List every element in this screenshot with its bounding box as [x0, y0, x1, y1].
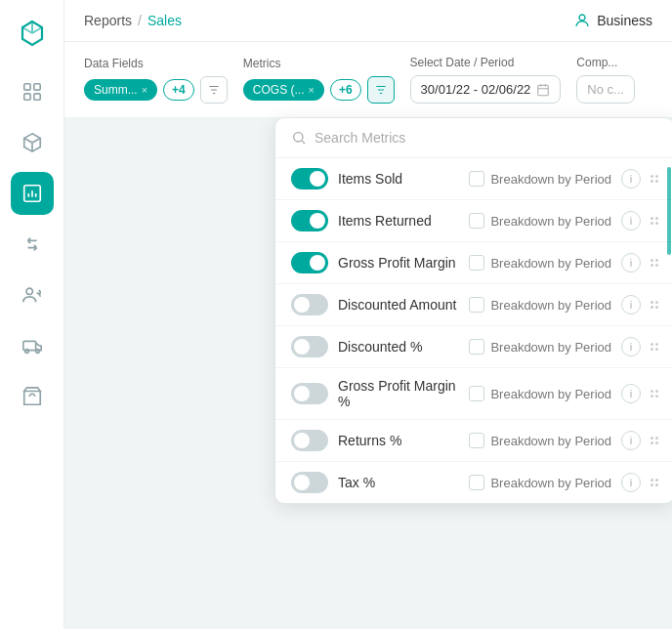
metrics-filter[interactable] [367, 76, 395, 104]
drag-handle-discounted-pct[interactable] [651, 343, 658, 351]
info-icon-returns-pct[interactable]: i [621, 431, 641, 450]
metrics-list: Items SoldBreakdown by PeriodiItems Retu… [275, 158, 672, 503]
breadcrumb-separator: / [138, 13, 142, 28]
metric-name-items-returned: Items Returned [338, 213, 459, 229]
data-fields-filter[interactable] [200, 76, 228, 104]
sidebar-item-delivery[interactable] [11, 324, 54, 367]
metric-toggle-gross-profit-margin[interactable] [291, 252, 328, 273]
scrollbar[interactable] [667, 167, 671, 255]
metric-toggle-items-returned[interactable] [291, 210, 328, 231]
data-fields-pills: Summ... × +4 [84, 76, 228, 104]
sidebar [0, 0, 64, 629]
sidebar-item-dashboard[interactable] [11, 70, 54, 113]
sidebar-item-reports[interactable] [11, 172, 54, 215]
svg-point-5 [26, 288, 32, 294]
main-content: Reports / Sales Business Data Fields Sum… [64, 0, 672, 629]
svg-point-7 [24, 350, 28, 354]
info-icon-items-sold[interactable]: i [621, 169, 641, 189]
breakdown-checkbox-items-returned[interactable] [469, 213, 484, 229]
svg-rect-1 [33, 84, 39, 90]
data-fields-pill-close[interactable]: × [142, 84, 147, 96]
breadcrumb-parent[interactable]: Reports [84, 13, 132, 28]
breakdown-checkbox-tax-pct[interactable] [469, 475, 484, 490]
breakdown-label-discounted-pct: Breakdown by Period [490, 340, 611, 355]
sidebar-item-transfers[interactable] [11, 223, 54, 266]
info-icon-items-returned[interactable]: i [621, 211, 641, 231]
info-icon-discounted-amount[interactable]: i [621, 295, 641, 314]
breakdown-checkbox-returns-pct[interactable] [469, 433, 484, 448]
toolbar: Data Fields Summ... × +4 Metrics COGS ( [64, 42, 672, 117]
sidebar-item-orders[interactable] [11, 375, 54, 418]
metric-row: Discounted AmountBreakdown by Periodi [275, 284, 672, 326]
breakdown-checkbox-gross-profit-margin[interactable] [469, 255, 484, 271]
drag-handle-discounted-amount[interactable] [651, 301, 658, 309]
info-icon-tax-pct[interactable]: i [621, 473, 641, 492]
drag-handle-returns-pct[interactable] [651, 437, 658, 444]
svg-rect-10 [538, 85, 549, 96]
breakdown-check-items-sold[interactable]: Breakdown by Period [469, 171, 611, 187]
sidebar-item-products[interactable] [11, 121, 54, 164]
user-menu[interactable]: Business [573, 12, 652, 29]
metric-toggle-tax-pct[interactable] [291, 472, 328, 493]
breakdown-checkbox-discounted-amount[interactable] [469, 297, 484, 313]
drag-handle-gross-profit-margin-pct[interactable] [651, 390, 658, 398]
metric-toggle-gross-profit-margin-pct[interactable] [291, 383, 328, 404]
breakdown-check-tax-pct[interactable]: Breakdown by Period [469, 475, 611, 490]
metric-row: Gross Profit MarginBreakdown by Periodi [275, 242, 672, 284]
metric-toggle-discounted-amount[interactable] [291, 294, 328, 315]
breakdown-label-tax-pct: Breakdown by Period [490, 476, 611, 490]
date-picker[interactable]: 30/01/22 - 02/06/22 [410, 75, 562, 104]
metric-name-gross-profit-margin: Gross Profit Margin [338, 255, 459, 271]
breakdown-check-gross-profit-margin[interactable]: Breakdown by Period [469, 255, 611, 271]
metric-name-discounted-amount: Discounted Amount [338, 297, 459, 313]
metric-toggle-returns-pct[interactable] [291, 430, 328, 451]
breakdown-check-gross-profit-margin-pct[interactable]: Breakdown by Period [469, 386, 611, 401]
breakdown-check-items-returned[interactable]: Breakdown by Period [469, 213, 611, 229]
svg-point-8 [35, 350, 39, 354]
drag-handle-items-sold[interactable] [651, 175, 658, 183]
breakdown-label-returns-pct: Breakdown by Period [490, 434, 611, 448]
data-fields-pill[interactable]: Summ... × [84, 79, 157, 101]
info-icon-gross-profit-margin[interactable]: i [621, 253, 641, 273]
data-fields-count[interactable]: +4 [163, 79, 194, 101]
drag-handle-tax-pct[interactable] [651, 479, 658, 486]
metrics-pill-close[interactable]: × [308, 84, 314, 96]
page-header: Reports / Sales Business [64, 0, 672, 42]
date-label: Select Date / Period [410, 56, 562, 69]
compare-input[interactable]: No c... [576, 75, 635, 104]
breakdown-checkbox-items-sold[interactable] [469, 171, 484, 187]
metrics-group: Metrics COGS (... × +6 [243, 57, 395, 104]
info-icon-discounted-pct[interactable]: i [621, 337, 641, 356]
metrics-pill[interactable]: COGS (... × [243, 79, 324, 101]
breakdown-checkbox-discounted-pct[interactable] [469, 339, 484, 355]
breakdown-checkbox-gross-profit-margin-pct[interactable] [469, 386, 484, 401]
breadcrumb: Reports / Sales [84, 13, 182, 28]
data-fields-label: Data Fields [84, 57, 228, 70]
sidebar-item-users[interactable] [11, 273, 54, 316]
metric-row: Tax %Breakdown by Periodi [275, 462, 672, 503]
metric-toggle-discounted-pct[interactable] [291, 336, 328, 357]
metrics-label: Metrics [243, 57, 395, 70]
svg-point-9 [579, 15, 585, 21]
data-fields-group: Data Fields Summ... × +4 [84, 57, 228, 104]
compare-value: No c... [587, 82, 624, 97]
metric-row: Items ReturnedBreakdown by Periodi [275, 200, 672, 242]
search-input[interactable] [315, 130, 658, 146]
metrics-count[interactable]: +6 [330, 79, 361, 101]
metric-name-items-sold: Items Sold [338, 171, 459, 187]
search-icon [291, 130, 307, 146]
breakdown-label-items-sold: Breakdown by Period [490, 172, 611, 187]
breakdown-check-discounted-amount[interactable]: Breakdown by Period [469, 297, 611, 313]
breadcrumb-current[interactable]: Sales [147, 13, 182, 28]
drag-handle-items-returned[interactable] [651, 217, 658, 225]
compare-group: Comp... No c... [576, 56, 635, 104]
breakdown-check-returns-pct[interactable]: Breakdown by Period [469, 433, 611, 448]
drag-handle-gross-profit-margin[interactable] [651, 259, 658, 267]
metric-toggle-items-sold[interactable] [291, 168, 328, 189]
metric-row: Discounted %Breakdown by Periodi [275, 326, 672, 368]
svg-point-11 [294, 133, 303, 142]
breakdown-label-gross-profit-margin: Breakdown by Period [490, 256, 611, 271]
breakdown-check-discounted-pct[interactable]: Breakdown by Period [469, 339, 611, 355]
metric-row: Items SoldBreakdown by Periodi [275, 158, 672, 200]
info-icon-gross-profit-margin-pct[interactable]: i [621, 384, 641, 403]
